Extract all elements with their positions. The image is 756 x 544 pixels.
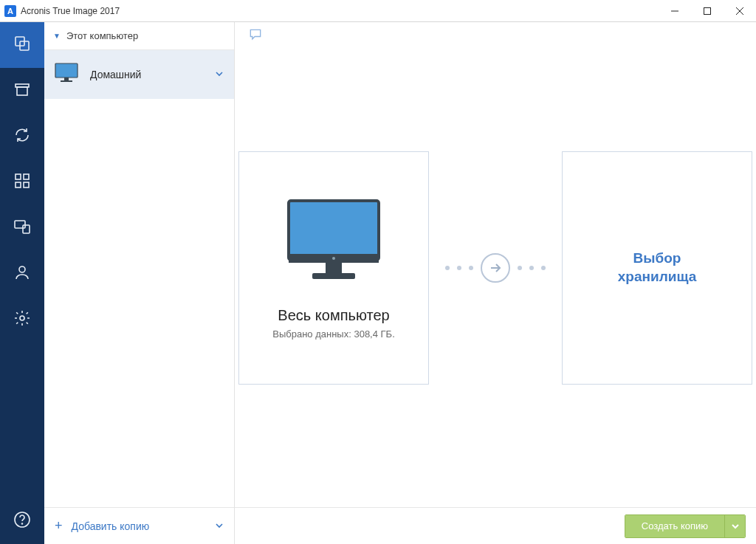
main-footer: Создать копию <box>235 507 756 544</box>
svg-rect-10 <box>16 182 21 187</box>
window-title: Acronis True Image 2017 <box>21 6 120 16</box>
collapse-triangle-icon: ▼ <box>53 32 61 40</box>
nav-rail <box>0 22 44 544</box>
chevron-down-icon[interactable] <box>215 68 224 81</box>
svg-rect-18 <box>55 63 78 78</box>
help-icon <box>13 511 31 531</box>
titlebar: A Acronis True Image 2017 <box>0 0 756 22</box>
comment-icon[interactable] <box>248 27 263 45</box>
dot-icon <box>518 266 522 270</box>
archive-icon <box>13 80 31 101</box>
monitor-icon <box>55 63 78 86</box>
nav-settings[interactable] <box>0 297 44 342</box>
target-title: Выбор хранилища <box>618 249 696 286</box>
svg-point-16 <box>15 512 30 527</box>
svg-rect-13 <box>23 225 30 233</box>
plus-icon: + <box>55 518 63 534</box>
create-backup-dropdown[interactable] <box>724 515 745 537</box>
dot-icon <box>457 266 461 270</box>
nav-account[interactable] <box>0 251 44 297</box>
svg-rect-23 <box>326 263 342 273</box>
computer-illustration-icon <box>278 196 389 288</box>
gear-icon <box>13 309 31 330</box>
nav-dashboard[interactable] <box>0 159 44 205</box>
svg-rect-11 <box>24 182 29 187</box>
create-backup-label: Создать копию <box>625 515 724 537</box>
dot-icon <box>445 266 450 270</box>
sidebar: ▼ Этот компьютер Домашний + Добавить коп… <box>44 22 235 544</box>
window-controls <box>659 0 756 21</box>
target-title-line2: хранилища <box>618 268 696 286</box>
backup-target-card[interactable]: Выбор хранилища <box>562 151 752 385</box>
svg-point-14 <box>19 266 25 272</box>
nav-sync[interactable] <box>0 114 44 159</box>
svg-rect-7 <box>17 87 27 95</box>
svg-rect-9 <box>24 174 29 179</box>
nav-backup[interactable] <box>0 22 44 68</box>
svg-rect-20 <box>61 80 72 82</box>
source-title: Весь компьютер <box>278 307 389 324</box>
dot-icon <box>469 266 473 270</box>
svg-rect-19 <box>64 78 69 80</box>
backup-stage: Весь компьютер Выбрано данных: 308,4 ГБ.… <box>235 50 756 507</box>
backup-source-card[interactable]: Весь компьютер Выбрано данных: 308,4 ГБ. <box>238 151 429 385</box>
svg-rect-12 <box>15 221 25 228</box>
dot-icon <box>529 266 534 270</box>
sync-icon <box>13 126 31 147</box>
app-shell: ▼ Этот компьютер Домашний + Добавить коп… <box>0 22 756 544</box>
svg-rect-24 <box>312 273 355 279</box>
arrow-right-icon <box>481 253 510 283</box>
svg-rect-1 <box>704 7 711 14</box>
svg-point-25 <box>332 257 335 260</box>
dot-icon <box>541 266 546 270</box>
svg-rect-21 <box>289 201 379 260</box>
sidebar-header-label: Этот компьютер <box>66 30 138 41</box>
app-icon: A <box>4 5 16 17</box>
grid-icon <box>13 172 31 193</box>
main-area: Весь компьютер Выбрано данных: 308,4 ГБ.… <box>235 22 756 544</box>
backup-list-item[interactable]: Домашний <box>44 50 234 99</box>
svg-point-15 <box>20 316 24 320</box>
main-toolbar <box>235 22 756 50</box>
backup-icon <box>13 35 31 55</box>
user-icon <box>13 264 31 284</box>
maximize-button[interactable] <box>691 0 724 21</box>
nav-devices[interactable] <box>0 205 44 251</box>
backup-item-label: Домашний <box>90 69 141 80</box>
nav-archive[interactable] <box>0 68 44 114</box>
sidebar-header[interactable]: ▼ Этот компьютер <box>44 22 234 50</box>
svg-rect-8 <box>16 174 21 179</box>
svg-point-17 <box>22 523 23 524</box>
titlebar-left: A Acronis True Image 2017 <box>4 5 120 17</box>
nav-help[interactable] <box>0 498 44 544</box>
devices-icon <box>13 218 31 238</box>
close-button[interactable] <box>724 0 756 21</box>
flow-arrow <box>445 253 546 283</box>
target-title-line1: Выбор <box>618 249 696 268</box>
minimize-button[interactable] <box>659 0 691 21</box>
chevron-down-icon[interactable] <box>215 520 224 532</box>
source-subtitle: Выбрано данных: 308,4 ГБ. <box>272 328 395 340</box>
add-backup-button[interactable]: + Добавить копию <box>44 507 234 544</box>
create-backup-button[interactable]: Создать копию <box>625 514 746 538</box>
add-backup-label: Добавить копию <box>72 520 150 532</box>
